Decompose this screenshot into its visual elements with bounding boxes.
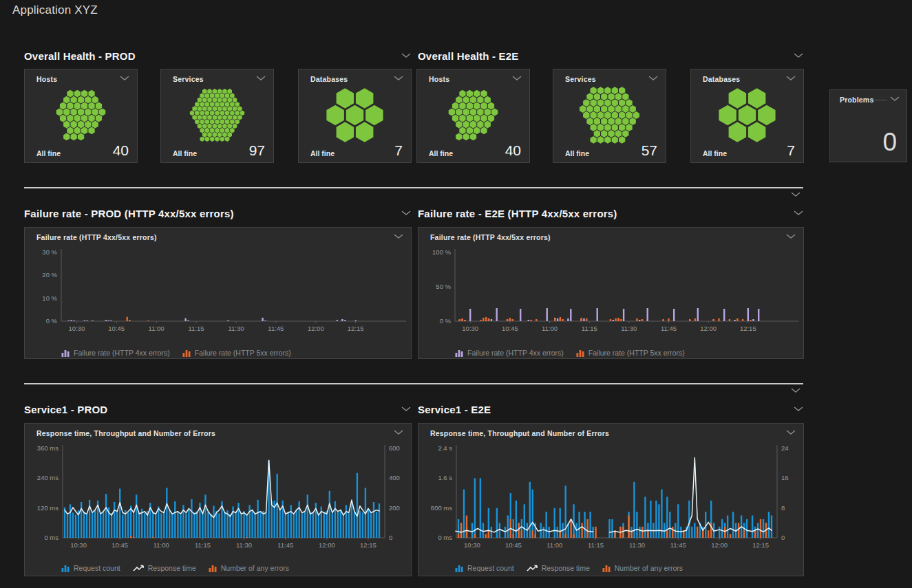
svg-text:20 %: 20 % [42, 271, 57, 279]
legend-item[interactable]: Request count [61, 564, 120, 572]
chevron-down-icon[interactable] [401, 210, 412, 217]
chevron-down-icon[interactable] [785, 429, 796, 436]
tile-title: Problems [840, 96, 873, 104]
chevron-down-icon[interactable] [255, 75, 266, 82]
tile-hosts-e2e[interactable]: Hosts All fine40 [416, 69, 530, 163]
svg-text:11:30: 11:30 [236, 541, 252, 549]
chevron-down-icon[interactable] [401, 52, 412, 59]
legend-label: Response time [542, 564, 590, 572]
entity-count: 7 [394, 143, 403, 157]
tile-title: Databases [703, 75, 740, 83]
svg-text:10:30: 10:30 [70, 541, 87, 549]
svg-text:11:45: 11:45 [268, 325, 284, 332]
chart-title: Response time, Throughput and Number of … [430, 429, 609, 437]
legend-item[interactable]: Request count [455, 564, 514, 572]
legend-label: Failure rate (HTTP 5xx errors) [588, 349, 685, 357]
section-header-service-prod: Service1 - PROD [24, 403, 412, 415]
svg-text:11:15: 11:15 [588, 541, 604, 549]
legend-label: Number of any errors [615, 564, 683, 572]
legend-item[interactable]: Number of any errors [209, 564, 289, 572]
svg-text:2.4 s: 2.4 s [438, 444, 452, 452]
chevron-down-icon[interactable] [401, 406, 412, 413]
legend-item[interactable]: Number of any errors [602, 564, 683, 572]
legend-item[interactable]: Response time [527, 564, 590, 572]
svg-text:10:45: 10:45 [505, 541, 522, 549]
svg-text:10 %: 10 % [42, 294, 57, 302]
status-text: All fine [703, 149, 727, 157]
tile-service1-prod[interactable]: Response time, Throughput and Number of … [24, 423, 412, 576]
service1-e2e-chart: 2.4 s1.6 s800 ms0 ms24168010:3010:4511:0… [421, 440, 803, 565]
svg-text:11:00: 11:00 [547, 541, 562, 549]
svg-text:100 %: 100 % [432, 248, 451, 256]
svg-text:24: 24 [781, 444, 789, 452]
tile-failure-rate-e2e[interactable]: Failure rate (HTTP 4xx/5xx errors) 100 %… [418, 227, 804, 359]
svg-text:11:45: 11:45 [661, 325, 677, 332]
health-honeycomb [562, 86, 657, 144]
status-text: All fine [429, 149, 453, 157]
line-series-icon [527, 565, 538, 572]
svg-text:800 ms: 800 ms [431, 504, 452, 512]
svg-text:0 %: 0 % [440, 317, 452, 325]
chevron-down-icon[interactable] [511, 75, 522, 82]
section-title-health-prod: Overall Health - PROD [24, 50, 136, 62]
chevron-down-icon[interactable] [119, 75, 130, 82]
legend-label: Request count [467, 564, 514, 572]
tile-services-prod[interactable]: Services All fine97 [160, 69, 274, 163]
svg-text:10:30: 10:30 [462, 325, 478, 332]
chevron-down-icon[interactable] [648, 75, 659, 82]
dashboard-title: Application XYZ [12, 3, 98, 17]
tile-services-e2e[interactable]: Services All fine57 [553, 69, 666, 163]
legend-label: Failure rate (HTTP 4xx errors) [74, 349, 170, 357]
legend-item[interactable]: Failure rate (HTTP 5xx errors) [576, 349, 685, 357]
health-honeycomb [34, 86, 128, 144]
svg-text:8: 8 [781, 504, 785, 512]
svg-text:12:15: 12:15 [360, 541, 377, 549]
entity-count: 57 [641, 143, 657, 157]
section-header-health-e2e: Overall Health - E2E [418, 50, 804, 62]
tile-service1-e2e[interactable]: Response time, Throughput and Number of … [418, 423, 804, 576]
chevron-down-icon[interactable] [790, 387, 801, 394]
entity-count: 97 [249, 143, 265, 157]
chevron-down-icon[interactable] [785, 75, 796, 82]
legend-item[interactable]: Failure rate (HTTP 4xx errors) [61, 349, 170, 357]
chart-canvas: 360 ms240 ms120 ms0 ms600400200010:3010:… [27, 440, 410, 563]
section-divider [24, 383, 803, 384]
legend-item[interactable]: Failure rate (HTTP 5xx errors) [182, 349, 291, 357]
chevron-down-icon[interactable] [793, 52, 804, 59]
tile-databases-e2e[interactable]: Databases All fine7 [690, 69, 804, 163]
chevron-down-icon[interactable] [393, 233, 404, 240]
svg-text:11:15: 11:15 [195, 541, 211, 549]
tile-hosts-prod[interactable]: Hosts All fine40 [24, 69, 138, 163]
chart-canvas: 100 %50 %0 %10:3010:4511:0011:1511:3011:… [421, 244, 803, 347]
chevron-down-icon[interactable] [785, 233, 796, 240]
chevron-down-icon[interactable] [790, 191, 801, 198]
svg-text:12:00: 12:00 [711, 541, 728, 549]
chevron-down-icon[interactable] [393, 75, 404, 82]
section-title-health-e2e: Overall Health - E2E [418, 50, 519, 62]
svg-text:11:00: 11:00 [542, 325, 558, 332]
entity-count: 40 [113, 143, 129, 157]
legend-item[interactable]: Response time [133, 564, 196, 572]
svg-text:10:45: 10:45 [502, 325, 518, 332]
svg-text:200: 200 [389, 504, 400, 512]
section-title-service-e2e: Service1 - E2E [418, 404, 491, 415]
chevron-down-icon[interactable] [890, 96, 900, 102]
svg-text:240 ms: 240 ms [37, 474, 59, 481]
bar-series-icon [209, 565, 218, 572]
svg-text:120 ms: 120 ms [37, 504, 59, 512]
chevron-down-icon[interactable] [393, 429, 404, 436]
svg-text:600: 600 [389, 444, 400, 452]
line-series-icon [133, 565, 145, 572]
section-divider [24, 187, 803, 188]
legend-item[interactable]: Failure rate (HTTP 4xx errors) [455, 349, 564, 357]
tile-title: Hosts [36, 75, 57, 83]
tile-problems[interactable]: Problems 0 [829, 89, 907, 162]
bar-series-icon [61, 349, 70, 357]
status-text: All fine [173, 149, 197, 157]
chevron-down-icon[interactable] [793, 210, 804, 217]
svg-text:0 ms: 0 ms [438, 534, 452, 541]
chevron-down-icon[interactable] [793, 406, 804, 413]
tile-databases-prod[interactable]: Databases All fine7 [298, 69, 412, 163]
svg-text:0 ms: 0 ms [44, 534, 59, 541]
tile-failure-rate-prod[interactable]: Failure rate (HTTP 4xx/5xx errors) 30 %2… [24, 227, 412, 359]
